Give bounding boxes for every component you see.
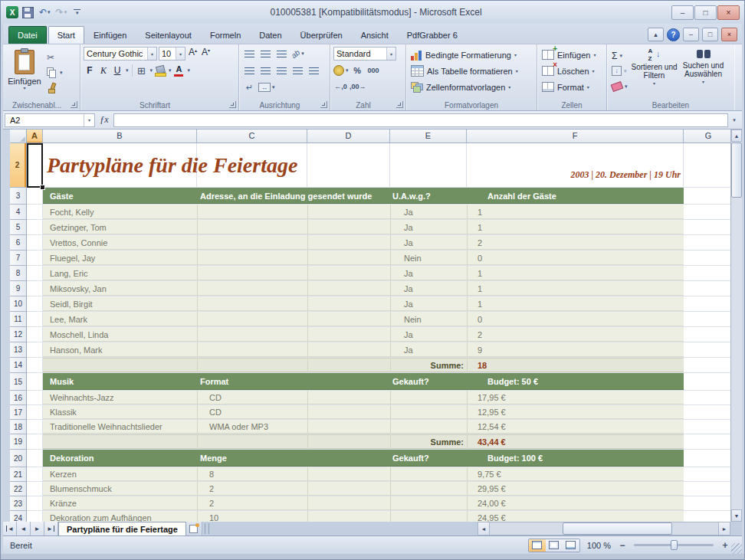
accounting-format-button[interactable]: ▾ xyxy=(333,64,349,77)
tab-daten[interactable]: Daten xyxy=(250,26,290,44)
cell-F23[interactable]: 24,00 € xyxy=(478,496,506,510)
cell-B7[interactable]: Fluegel, Jay xyxy=(50,251,95,265)
cell-B22[interactable]: Blumenschmuck xyxy=(50,482,112,496)
row-header-18[interactable]: 18 xyxy=(10,420,26,434)
workbook-minimize-button[interactable]: – xyxy=(683,28,699,41)
row-header-15[interactable]: 15 xyxy=(10,373,26,391)
cell-F21[interactable]: 9,75 € xyxy=(478,467,501,481)
cell-F11[interactable]: 0 xyxy=(478,312,482,326)
row-header-11[interactable]: 11 xyxy=(10,312,26,327)
cell-F8[interactable]: 1 xyxy=(478,266,482,280)
zoom-out-button[interactable]: − xyxy=(618,540,627,551)
row-header-20[interactable]: 20 xyxy=(10,450,26,467)
row-header-13[interactable]: 13 xyxy=(10,342,26,358)
find-select-button[interactable]: Suchen und Auswählen ▾ xyxy=(680,47,727,93)
row-header-6[interactable]: 6 xyxy=(10,235,26,251)
first-sheet-button[interactable]: ◄ xyxy=(3,522,17,535)
cell-F4[interactable]: 1 xyxy=(478,205,482,219)
normal-view-button[interactable] xyxy=(529,539,546,552)
cell-E11[interactable]: Nein xyxy=(404,312,422,326)
vertical-scrollbar[interactable]: ▲ ▼ xyxy=(730,129,742,522)
cell-B10[interactable]: Seidl, Birgit xyxy=(50,296,93,311)
scroll-up-button[interactable]: ▲ xyxy=(731,129,742,142)
cell-B15[interactable]: Musik xyxy=(50,373,74,390)
align-middle-button[interactable] xyxy=(258,47,273,61)
cell-F18[interactable]: 12,54 € xyxy=(478,420,506,434)
row-header-21[interactable]: 21 xyxy=(10,467,26,482)
column-header-G[interactable]: G xyxy=(684,129,730,143)
align-left-button[interactable] xyxy=(242,64,257,77)
cut-button[interactable]: ✂ xyxy=(45,51,63,64)
cell-F20[interactable]: Budget: 100 € xyxy=(487,450,543,467)
next-sheet-button[interactable]: ► xyxy=(31,522,44,535)
vertical-scroll-thumb[interactable] xyxy=(731,142,742,198)
decrease-font-size-button[interactable]: A▾ xyxy=(200,47,212,61)
cell-B11[interactable]: Lee, Mark xyxy=(50,312,87,326)
zoom-in-button[interactable]: + xyxy=(720,540,730,551)
cell-B21[interactable]: Kerzen xyxy=(50,467,77,481)
cell-F3[interactable]: Anzahl der Gäste xyxy=(487,188,556,204)
column-header-A[interactable]: A xyxy=(27,129,43,143)
formula-input[interactable] xyxy=(113,113,728,127)
row-header-16[interactable]: 16 xyxy=(10,391,26,405)
zoom-slider-thumb[interactable] xyxy=(671,540,678,550)
expand-formula-bar-button[interactable]: ▾ xyxy=(728,113,740,127)
save-button[interactable] xyxy=(21,5,35,19)
name-box[interactable]: A2▾ xyxy=(5,113,95,127)
cell-B17[interactable]: Klassik xyxy=(50,405,77,419)
tab-ueberpruefen[interactable]: Überprüfen xyxy=(291,26,352,44)
cell-C18[interactable]: WMA oder MP3 xyxy=(209,420,268,434)
select-all-corner[interactable] xyxy=(10,129,27,143)
cell-B9[interactable]: Miksovsky, Jan xyxy=(50,281,107,296)
horizontal-scroll-thumb[interactable] xyxy=(563,522,672,535)
row-header-14[interactable]: 14 xyxy=(10,358,26,373)
font-color-button[interactable]: A xyxy=(173,64,185,77)
maximize-button[interactable]: □ xyxy=(694,5,717,20)
row-header-2[interactable]: 2 xyxy=(10,143,26,188)
cell-E3[interactable]: U.A.w.g.? xyxy=(392,188,431,204)
cell-B5[interactable]: Getzinger, Tom xyxy=(50,220,107,234)
cell-B4[interactable]: Focht, Kelly xyxy=(50,205,94,219)
cell-B16[interactable]: Weihnachts-Jazz xyxy=(50,391,114,404)
row-header-9[interactable]: 9 xyxy=(10,281,26,296)
cell-C16[interactable]: CD xyxy=(209,391,222,404)
cell-C15[interactable]: Format xyxy=(200,373,228,390)
format-cells-button[interactable]: Format▾ xyxy=(540,79,603,95)
cell-F24[interactable]: 24,95 € xyxy=(478,511,506,522)
tab-pdfgrabber[interactable]: PdfGrabber 6 xyxy=(398,26,467,44)
cell-F17[interactable]: 12,95 € xyxy=(478,405,506,419)
customize-qat-button[interactable]: ▾ xyxy=(74,9,80,15)
cell-B12[interactable]: Moschell, Linda xyxy=(50,327,108,342)
row-header-24[interactable]: 24 xyxy=(10,511,26,522)
tab-einfuegen[interactable]: Einfügen xyxy=(84,26,136,44)
dialog-launcher-icon[interactable] xyxy=(71,101,77,108)
cell-F15[interactable]: Budget: 50 € xyxy=(487,373,538,390)
fill-color-button[interactable] xyxy=(154,64,166,77)
align-center-button[interactable] xyxy=(258,64,273,77)
autosum-button[interactable]: Σ▾ xyxy=(610,49,629,62)
scroll-down-button[interactable]: ▼ xyxy=(731,509,742,522)
last-sheet-button[interactable]: ► xyxy=(44,522,58,535)
cell-B24[interactable]: Dekoration zum Aufhängen xyxy=(50,511,152,522)
previous-sheet-button[interactable]: ◄ xyxy=(17,522,31,535)
workbook-restore-button[interactable]: □ xyxy=(702,28,718,41)
cell-C24[interactable]: 10 xyxy=(209,511,218,522)
conditional-formatting-button[interactable]: Bedingte Formatierung▾ xyxy=(409,47,533,63)
column-header-F[interactable]: F xyxy=(467,129,684,143)
redo-caret-icon[interactable]: ▾ xyxy=(64,9,67,15)
insert-function-button[interactable]: ƒx xyxy=(95,113,113,127)
scroll-left-button[interactable]: ◄ xyxy=(478,522,490,535)
cell-B23[interactable]: Kränze xyxy=(50,496,77,510)
cell-B3[interactable]: Gäste xyxy=(50,188,74,204)
italic-button[interactable]: K xyxy=(97,64,110,77)
cell-F16[interactable]: 17,95 € xyxy=(478,391,506,404)
chevron-down-icon[interactable]: ▾ xyxy=(84,114,94,126)
cell-F7[interactable]: 0 xyxy=(478,251,482,265)
cell-B6[interactable]: Vrettos, Connie xyxy=(50,235,107,250)
borders-button[interactable]: ⊞ xyxy=(136,64,148,77)
dialog-launcher-icon[interactable] xyxy=(229,101,236,108)
column-header-D[interactable]: D xyxy=(307,129,390,143)
cell-E13[interactable]: Ja xyxy=(404,342,413,357)
fill-handle[interactable] xyxy=(40,185,45,190)
minimize-button[interactable]: – xyxy=(671,5,694,20)
